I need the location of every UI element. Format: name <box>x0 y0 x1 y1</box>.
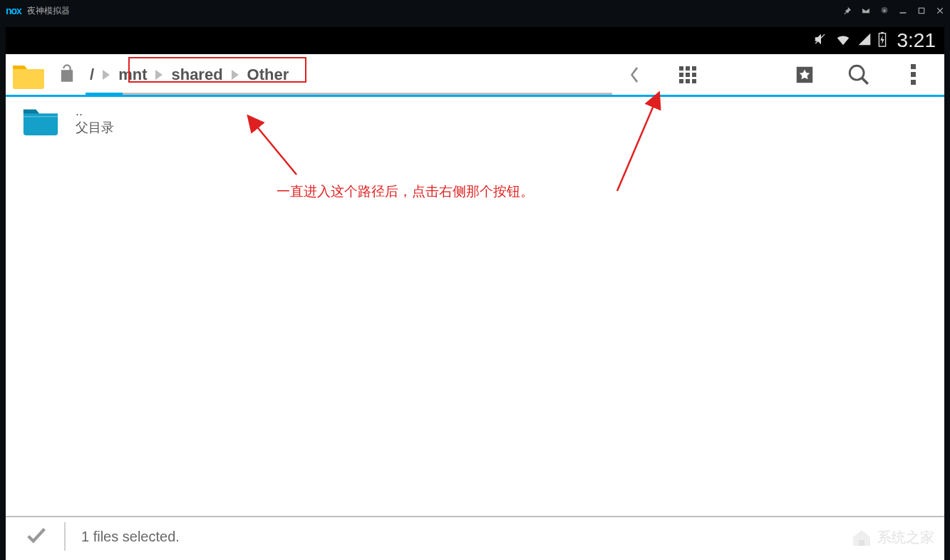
breadcrumb-root[interactable]: / <box>86 66 98 84</box>
bookmark-button[interactable] <box>788 58 822 92</box>
watermark: 系统之家 <box>850 527 934 547</box>
nox-title: 夜神模拟器 <box>27 5 70 17</box>
breadcrumb-seg-shared[interactable]: shared <box>167 66 227 84</box>
app-toolbar: / mnt shared Other <box>6 54 944 97</box>
breadcrumb-seg-mnt[interactable]: mnt <box>114 66 151 84</box>
status-clock: 3:21 <box>897 29 936 52</box>
home-folder-button[interactable] <box>9 57 48 93</box>
wifi-icon <box>835 31 852 50</box>
file-sublabel: 父目录 <box>76 119 114 136</box>
svg-rect-2 <box>919 8 924 14</box>
breadcrumb-seg-other[interactable]: Other <box>243 66 294 84</box>
chevron-right-icon <box>232 70 239 80</box>
back-button[interactable] <box>616 58 651 92</box>
grid-icon <box>679 66 696 83</box>
emulator-screen: 3:21 / mnt shared Other <box>6 27 944 560</box>
svg-rect-1 <box>900 12 907 14</box>
unlock-icon[interactable] <box>57 63 77 86</box>
signal-icon <box>857 32 872 49</box>
pin-icon[interactable] <box>843 6 852 15</box>
chevron-right-icon <box>155 70 162 80</box>
parent-folder-row[interactable]: .. 父目录 <box>6 97 944 142</box>
file-name: .. <box>76 104 114 119</box>
chevron-right-icon <box>103 70 110 80</box>
grid-view-button[interactable] <box>671 58 705 92</box>
minimize-icon[interactable] <box>899 6 907 15</box>
battery-icon <box>877 31 887 50</box>
close-icon[interactable] <box>936 6 944 15</box>
svg-point-6 <box>850 66 864 80</box>
breadcrumb[interactable]: / mnt shared Other <box>86 54 612 95</box>
status-bar: 1 files selected. <box>6 516 944 556</box>
android-status-bar: 3:21 <box>6 27 944 54</box>
file-list[interactable]: .. 父目录 <box>6 97 944 516</box>
folder-icon <box>20 103 61 136</box>
more-menu-button[interactable] <box>896 58 930 92</box>
mail-icon[interactable] <box>862 6 870 15</box>
status-text: 1 files selected. <box>81 529 180 545</box>
maximize-icon[interactable] <box>917 6 926 15</box>
nox-logo: nox <box>6 5 21 16</box>
mute-icon <box>813 31 829 50</box>
more-vertical-icon <box>911 64 916 85</box>
search-button[interactable] <box>842 58 876 92</box>
svg-rect-4 <box>881 32 884 33</box>
check-icon[interactable] <box>24 523 48 551</box>
nox-titlebar: nox 夜神模拟器 <box>0 0 950 21</box>
settings-gear-icon[interactable] <box>880 6 889 15</box>
annotation-text: 一直进入这个路径后，点击右侧那个按钮。 <box>277 182 534 201</box>
